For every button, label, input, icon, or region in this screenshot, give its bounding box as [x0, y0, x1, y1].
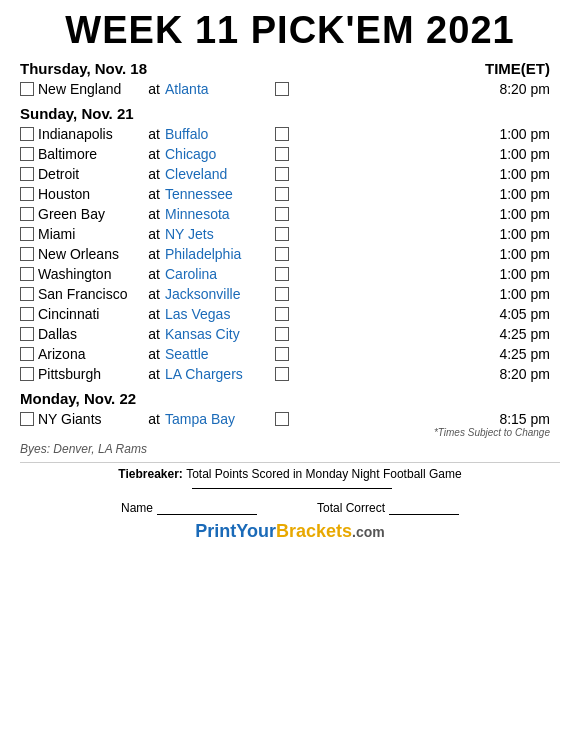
tiebreaker-label: Tiebreaker:: [118, 467, 186, 481]
at-word: at: [143, 411, 165, 427]
day-label: Sunday, Nov. 21: [20, 105, 134, 122]
game-row: HoustonatTennessee1:00 pm: [20, 184, 560, 204]
home-team-name: Pittsburgh: [38, 366, 143, 382]
away-team-checkbox[interactable]: [275, 267, 289, 281]
game-time: 1:00 pm: [293, 166, 560, 182]
home-team-checkbox[interactable]: [20, 127, 34, 141]
away-team-checkbox[interactable]: [275, 347, 289, 361]
home-team-checkbox[interactable]: [20, 307, 34, 321]
home-team-name: Detroit: [38, 166, 143, 182]
name-field: Name: [121, 501, 257, 515]
away-team-checkbox[interactable]: [275, 287, 289, 301]
home-team-name: Dallas: [38, 326, 143, 342]
day-label: Monday, Nov. 22: [20, 390, 136, 407]
game-time: 8:20 pm: [293, 366, 560, 382]
section-header: Thursday, Nov. 18TIME(ET): [20, 60, 560, 77]
home-team-name: San Francisco: [38, 286, 143, 302]
away-team-checkbox[interactable]: [275, 412, 289, 426]
at-word: at: [143, 186, 165, 202]
footer-dotcom: .com: [352, 524, 385, 540]
at-word: at: [143, 81, 165, 97]
at-word: at: [143, 286, 165, 302]
home-team-checkbox[interactable]: [20, 167, 34, 181]
game-row: San FranciscoatJacksonville1:00 pm: [20, 284, 560, 304]
game-time: 4:25 pm: [293, 346, 560, 362]
home-team-checkbox[interactable]: [20, 287, 34, 301]
tiebreaker-row: Tiebreaker: Total Points Scored in Monda…: [20, 467, 560, 495]
away-team-checkbox[interactable]: [275, 327, 289, 341]
away-team-checkbox[interactable]: [275, 127, 289, 141]
game-row: WashingtonatCarolina1:00 pm: [20, 264, 560, 284]
byes-row: Byes: Denver, LA Rams: [20, 442, 560, 456]
total-correct-label: Total Correct: [317, 501, 385, 515]
at-word: at: [143, 126, 165, 142]
home-team-name: Indianapolis: [38, 126, 143, 142]
away-team-checkbox[interactable]: [275, 227, 289, 241]
home-team-name: Arizona: [38, 346, 143, 362]
home-team-name: NY Giants: [38, 411, 143, 427]
game-time: 4:05 pm: [293, 306, 560, 322]
game-row: NY GiantsatTampa Bay8:15 pm: [20, 409, 560, 429]
time-header: TIME(ET): [485, 60, 550, 77]
name-input-line[interactable]: [157, 514, 257, 515]
away-team-checkbox[interactable]: [275, 367, 289, 381]
away-team-name: Minnesota: [165, 206, 275, 222]
game-row: DallasatKansas City4:25 pm: [20, 324, 560, 344]
at-word: at: [143, 246, 165, 262]
home-team-name: Washington: [38, 266, 143, 282]
away-team-name: Tampa Bay: [165, 411, 275, 427]
away-team-name: Las Vegas: [165, 306, 275, 322]
at-word: at: [143, 366, 165, 382]
home-team-checkbox[interactable]: [20, 367, 34, 381]
away-team-checkbox[interactable]: [275, 167, 289, 181]
away-team-name: Buffalo: [165, 126, 275, 142]
away-team-name: Jacksonville: [165, 286, 275, 302]
home-team-checkbox[interactable]: [20, 227, 34, 241]
away-team-checkbox[interactable]: [275, 247, 289, 261]
home-team-name: Baltimore: [38, 146, 143, 162]
away-team-checkbox[interactable]: [275, 207, 289, 221]
game-time: 1:00 pm: [293, 126, 560, 142]
home-team-checkbox[interactable]: [20, 147, 34, 161]
times-subject-notice: *Times Subject to Change: [20, 427, 560, 438]
footer-brackets: Brackets: [276, 521, 352, 541]
game-time: 1:00 pm: [293, 246, 560, 262]
home-team-checkbox[interactable]: [20, 82, 34, 96]
game-time: 1:00 pm: [293, 206, 560, 222]
game-time: 1:00 pm: [293, 286, 560, 302]
footer-print: Print: [195, 521, 236, 541]
at-word: at: [143, 266, 165, 282]
away-team-name: NY Jets: [165, 226, 275, 242]
away-team-name: LA Chargers: [165, 366, 275, 382]
footer-brand: PrintYourBrackets.com: [20, 521, 560, 542]
at-word: at: [143, 346, 165, 362]
home-team-checkbox[interactable]: [20, 347, 34, 361]
game-row: New OrleansatPhiladelphia1:00 pm: [20, 244, 560, 264]
home-team-checkbox[interactable]: [20, 187, 34, 201]
section-header: Monday, Nov. 22: [20, 390, 560, 407]
game-row: Green BayatMinnesota1:00 pm: [20, 204, 560, 224]
section-header: Sunday, Nov. 21: [20, 105, 560, 122]
game-row: IndianapolisatBuffalo1:00 pm: [20, 124, 560, 144]
name-correct-row: NameTotal Correct: [20, 501, 560, 515]
game-time: 8:20 pm: [293, 81, 560, 97]
away-team-name: Cleveland: [165, 166, 275, 182]
away-team-name: Tennessee: [165, 186, 275, 202]
at-word: at: [143, 206, 165, 222]
away-team-name: Chicago: [165, 146, 275, 162]
home-team-name: Green Bay: [38, 206, 143, 222]
home-team-checkbox[interactable]: [20, 327, 34, 341]
tiebreaker-input-line: [192, 488, 392, 489]
total-correct-input-line[interactable]: [389, 514, 459, 515]
away-team-checkbox[interactable]: [275, 307, 289, 321]
away-team-checkbox[interactable]: [275, 187, 289, 201]
away-team-checkbox[interactable]: [275, 147, 289, 161]
game-row: New EnglandatAtlanta8:20 pm: [20, 79, 560, 99]
home-team-checkbox[interactable]: [20, 207, 34, 221]
home-team-checkbox[interactable]: [20, 267, 34, 281]
away-team-checkbox[interactable]: [275, 82, 289, 96]
home-team-checkbox[interactable]: [20, 247, 34, 261]
game-time: 8:15 pm: [293, 411, 560, 427]
home-team-name: Houston: [38, 186, 143, 202]
home-team-checkbox[interactable]: [20, 412, 34, 426]
